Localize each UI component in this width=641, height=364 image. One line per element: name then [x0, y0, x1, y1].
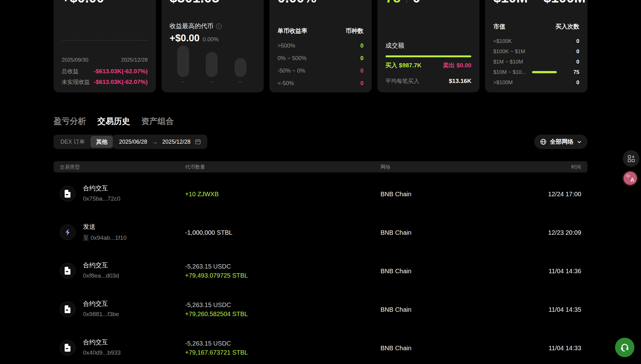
card-return-distribution: 0.00% 单币收益率 币种数 >500% 0 0% ~ 500% 0 -50%…	[269, 0, 372, 92]
tx-amount-in: +79,167.673721 STBL	[185, 348, 248, 357]
tx-address: 0x9881...f3be	[83, 311, 119, 318]
contract-icon	[60, 186, 75, 202]
contract-icon	[60, 263, 75, 279]
sell-volume: 卖出 $0.00	[443, 61, 472, 69]
mcap-bucket-row: >$100M 0	[493, 77, 579, 88]
tx-type: 合约交互	[83, 338, 121, 346]
unrealized-pnl-label: 未实现收益	[62, 78, 90, 86]
avg-buy-value: $13.16K	[449, 78, 472, 85]
translate-button[interactable]: 中 A	[622, 170, 638, 187]
tx-network: BNB Chain	[380, 267, 411, 274]
tx-amount-out: -5,263.15 USDC	[185, 300, 248, 310]
col-header-time: 时间	[571, 164, 581, 171]
unrealized-pnl-value: -$613.03K(-62.07%)	[94, 79, 147, 85]
tx-type: 合约交互	[83, 300, 119, 308]
tab-trade-history[interactable]: 交易历史	[97, 116, 130, 127]
token-bar-1: --	[177, 46, 189, 84]
table-row[interactable]: 发送 至 0x94ab...1f10 -1,000,000 STBL BNB C…	[54, 213, 587, 252]
top-tokens-big-value: $301.05	[170, 0, 220, 6]
table-row[interactable]: 合约交互 0x9881...f3be -5,263.15 USDC +79,26…	[54, 290, 587, 329]
tx-network: BNB Chain	[380, 190, 411, 197]
volume-label: 成交额	[385, 41, 404, 50]
mcap-bucket-row: $100K ~ $1M 0	[493, 46, 579, 57]
date-range-start: 2025/06/28	[119, 139, 147, 145]
tx-amount-in: +79,260.582504 STBL	[185, 310, 248, 319]
tx-address: 0x75ba...72c0	[83, 195, 120, 202]
col-header-amount: 代币数量	[185, 164, 205, 171]
tx-type: 合约交互	[83, 184, 120, 192]
tx-amount: +10 ZJWXB	[185, 191, 219, 197]
table-row[interactable]: 合约交互 0x75ba...72c0 +10 ZJWXB BNB Chain 1…	[54, 175, 587, 213]
chevron-down-icon	[577, 139, 582, 144]
total-pnl-label: 总收益	[62, 68, 79, 75]
mcap-bucket-row: $10M ~ $10... 75	[493, 67, 579, 77]
arrow-right-icon: →	[152, 138, 158, 146]
token-bar-3: --	[235, 58, 246, 84]
buy-sell-ratio-bar	[385, 55, 472, 57]
table-row[interactable]: 合约交互 0x40d9...b933 -5,263.15 USDC +79,16…	[54, 329, 587, 364]
contract-icon	[60, 301, 75, 317]
date-range-picker[interactable]: 2025/06/28 → 2025/12/28	[113, 135, 207, 149]
return-bucket-row: <-50% 0	[277, 77, 364, 90]
tx-time: 12/23 20:09	[548, 229, 581, 236]
mcap-col-right: 买入次数	[556, 23, 579, 31]
order-type-segment: DEX 订单 其他	[54, 135, 114, 149]
transaction-list: 合约交互 0x75ba...72c0 +10 ZJWXB BNB Chain 1…	[54, 175, 587, 364]
send-icon	[60, 224, 75, 240]
mcap-big-value: $10M ~ $100M	[493, 0, 586, 6]
returns-col-left: 单币收益率	[277, 27, 307, 35]
divider	[406, 0, 407, 3]
returns-col-right: 币种数	[346, 27, 364, 35]
pnl-big-value: +$0.00	[62, 0, 104, 6]
col-header-type: 交易类型	[60, 164, 80, 171]
calendar-icon	[195, 139, 201, 145]
card-volume: 75 0 成交额 买入 $987.7K 卖出 $0.00 平均每笔买入 $13.…	[377, 0, 480, 92]
segment-other[interactable]: 其他	[90, 136, 113, 148]
tx-amount-in: +79,493.079725 STBL	[185, 271, 248, 280]
total-pnl-value: -$613.03K(-62.07%)	[94, 68, 147, 75]
buy-volume: 买入 $987.7K	[385, 61, 421, 69]
mcap-bar	[532, 71, 557, 73]
globe-icon	[540, 138, 547, 145]
tx-network: BNB Chain	[380, 344, 411, 351]
segment-dex-orders[interactable]: DEX 订单	[55, 136, 90, 148]
tx-time: 11/04 14:36	[549, 267, 581, 274]
support-chat-button[interactable]	[615, 338, 634, 357]
stat-cards-row: +$0.00 2025/09/30 2025/12/28 总收益 -$613.0…	[54, 0, 587, 92]
headset-icon	[620, 342, 630, 352]
network-filter-dropdown[interactable]: 全部网络	[534, 135, 587, 149]
top-token-percent: 0.00%	[203, 36, 219, 43]
tx-address: 0xf8ea...d03d	[83, 272, 119, 279]
col-header-network: 网络	[380, 164, 390, 171]
buy-count: 75	[385, 0, 401, 6]
return-bucket-row: 0% ~ 500% 0	[277, 52, 364, 64]
section-tabs: 盈亏分析 交易历史 资产组合	[54, 116, 174, 127]
pnl-date-start: 2025/09/30	[62, 57, 88, 63]
mcap-bucket-row: $1M ~ $10M 0	[493, 57, 579, 67]
tx-amount-out: -5,263.15 USDC	[185, 339, 248, 348]
tx-address: 至 0x94ab...1f10	[83, 234, 127, 242]
network-selected-label: 全部网络	[550, 138, 574, 146]
tab-portfolio[interactable]: 资产组合	[141, 116, 174, 127]
table-row[interactable]: 合约交互 0xf8ea...d03d -5,263.15 USDC +79,49…	[54, 252, 587, 290]
tx-network: BNB Chain	[380, 229, 411, 236]
filter-bar: DEX 订单 其他 2025/06/28 → 2025/12/28	[54, 135, 587, 149]
widgets-button[interactable]	[623, 150, 639, 167]
sell-count: 0	[413, 0, 420, 6]
contract-icon	[60, 340, 75, 356]
tx-amount: -1,000,000 STBL	[185, 229, 232, 236]
tab-pnl-analysis[interactable]: 盈亏分析	[54, 116, 86, 127]
return-bucket-row: -50% ~ 0% 0	[277, 64, 364, 77]
widgets-sparkle-icon	[627, 155, 635, 163]
date-range-end: 2025/12/28	[162, 139, 190, 145]
info-icon[interactable]: i	[216, 23, 222, 29]
top-tokens-label: 收益最高的代币	[170, 22, 214, 30]
avg-buy-label: 平均每笔买入	[385, 77, 419, 85]
tx-time: 12/24 17:00	[548, 190, 581, 197]
return-bucket-row: >500% 0	[277, 39, 364, 52]
pnl-chart-baseline	[62, 40, 148, 41]
top-token-profit: +$0.00	[170, 33, 200, 44]
card-pnl: +$0.00 2025/09/30 2025/12/28 总收益 -$613.0…	[54, 0, 156, 92]
tx-amount-out: -5,263.15 USDC	[185, 262, 248, 271]
returns-big-value: 0.00%	[277, 0, 317, 6]
